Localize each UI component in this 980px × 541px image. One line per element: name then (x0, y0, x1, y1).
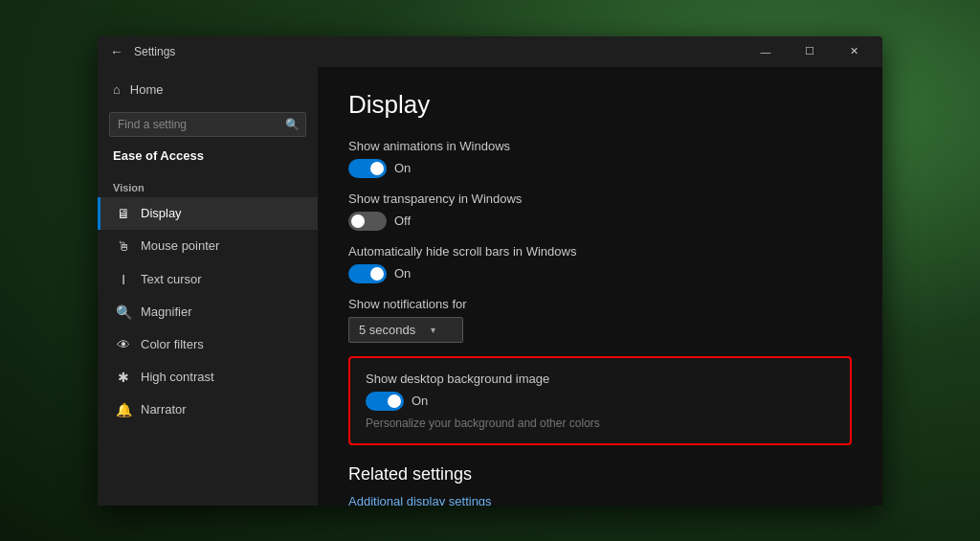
show-desktop-bg-subtext: Personalize your background and other co… (366, 417, 835, 430)
show-animations-toggle[interactable] (348, 159, 387, 178)
show-desktop-bg-label: Show desktop background image (366, 372, 835, 386)
hide-scrollbars-toggle-row: On (348, 264, 852, 283)
show-animations-setting: Show animations in Windows On (348, 139, 852, 178)
sidebar-item-color-filters[interactable]: 👁 Color filters (98, 328, 318, 361)
related-settings-section: Related settings Additional display sett… (348, 464, 852, 506)
sidebar-item-high-contrast[interactable]: ✱ High contrast (98, 361, 318, 394)
hide-scrollbars-toggle[interactable] (348, 264, 387, 283)
sidebar-home[interactable]: ⌂ Home (98, 75, 318, 104)
sidebar-heading: Ease of Access (98, 145, 318, 170)
sidebar-item-display[interactable]: 🖥 Display (98, 197, 318, 230)
show-animations-label: Show animations in Windows (348, 139, 852, 153)
additional-display-settings-link[interactable]: Additional display settings (348, 494, 492, 506)
window-controls: — ☐ ✕ (745, 36, 875, 67)
show-transparency-label: Show transparency in Windows (348, 192, 852, 206)
sidebar-item-mouse-pointer[interactable]: 🖱 Mouse pointer (98, 230, 318, 262)
hide-scrollbars-label: Automatically hide scroll bars in Window… (348, 244, 852, 259)
dropdown-chevron-icon: ▾ (431, 325, 435, 335)
search-container: 🔍 (109, 112, 306, 137)
show-desktop-background-section: Show desktop background image On Persona… (348, 356, 852, 445)
show-transparency-toggle-row: Off (348, 212, 852, 231)
sidebar-item-magnifier[interactable]: 🔍 Magnifier (98, 296, 318, 328)
hide-scrollbars-toggle-label: On (394, 266, 411, 281)
notifications-dropdown-row: 5 seconds ▾ (348, 317, 852, 343)
related-settings-title: Related settings (348, 464, 852, 485)
notifications-dropdown[interactable]: 5 seconds ▾ (348, 317, 463, 343)
window-content: ⌂ Home 🔍 Ease of Access Vision 🖥 Display… (98, 67, 882, 506)
search-input[interactable] (109, 112, 306, 137)
close-button[interactable]: ✕ (833, 36, 875, 67)
text-cursor-icon: I (116, 271, 131, 287)
minimize-button[interactable]: — (745, 36, 787, 67)
sidebar-item-narrator[interactable]: 🔔 Narrator (98, 394, 318, 426)
high-contrast-icon: ✱ (116, 370, 131, 385)
vision-section-title: Vision (98, 170, 318, 197)
sidebar-item-text-cursor-label: Text cursor (141, 272, 202, 286)
display-icon: 🖥 (116, 206, 131, 221)
sidebar-item-mouse-pointer-label: Mouse pointer (141, 238, 219, 253)
back-button[interactable]: ← (105, 40, 128, 63)
show-animations-toggle-row: On (348, 159, 852, 178)
search-icon: 🔍 (285, 118, 300, 131)
sidebar-item-high-contrast-label: High contrast (141, 370, 214, 384)
sidebar-item-display-label: Display (141, 206, 182, 220)
window-title: Settings (134, 45, 745, 58)
hide-scrollbars-setting: Automatically hide scroll bars in Window… (348, 244, 852, 283)
show-transparency-toggle-label: Off (394, 214, 411, 228)
sidebar-item-magnifier-label: Magnifier (141, 304, 191, 319)
notifications-for-label: Show notifications for (348, 297, 852, 311)
settings-window: ← Settings — ☐ ✕ ⌂ Home 🔍 Ease of Access… (98, 36, 882, 506)
show-desktop-bg-toggle[interactable] (366, 392, 404, 411)
sidebar-item-color-filters-label: Color filters (141, 337, 204, 351)
show-desktop-bg-toggle-label: On (412, 394, 428, 408)
home-icon: ⌂ (113, 82, 121, 97)
show-desktop-bg-toggle-row: On (366, 392, 835, 411)
narrator-icon: 🔔 (116, 402, 131, 417)
notifications-dropdown-value: 5 seconds (359, 323, 415, 337)
sidebar-item-text-cursor[interactable]: I Text cursor (98, 262, 318, 296)
titlebar: ← Settings — ☐ ✕ (98, 36, 882, 67)
show-transparency-toggle[interactable] (348, 212, 387, 231)
color-filters-icon: 👁 (116, 337, 131, 352)
notifications-for-setting: Show notifications for 5 seconds ▾ (348, 297, 852, 343)
sidebar-item-narrator-label: Narrator (141, 402, 187, 417)
main-content: Display Show animations in Windows On Sh… (318, 67, 882, 506)
maximize-button[interactable]: ☐ (789, 36, 831, 67)
magnifier-icon: 🔍 (116, 304, 131, 320)
show-animations-toggle-label: On (394, 161, 411, 175)
mouse-pointer-icon: 🖱 (116, 238, 131, 254)
sidebar: ⌂ Home 🔍 Ease of Access Vision 🖥 Display… (98, 67, 318, 506)
page-title: Display (348, 90, 852, 120)
show-transparency-setting: Show transparency in Windows Off (348, 192, 852, 231)
home-label: Home (130, 82, 164, 97)
